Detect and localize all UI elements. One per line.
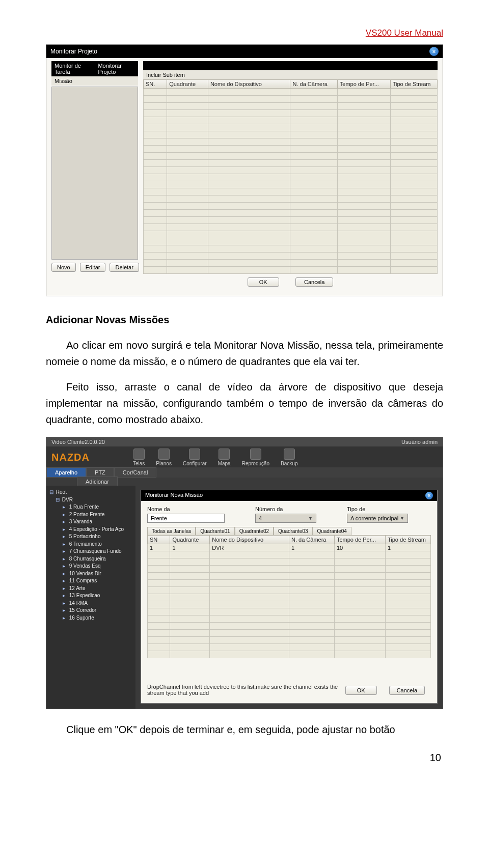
table-row — [148, 651, 431, 658]
chevron-down-icon: ▼ — [308, 516, 313, 521]
qtab-q3[interactable]: Quadrante03 — [274, 527, 312, 535]
tree-channel[interactable]: ▸ 6 Treinamento — [48, 541, 133, 548]
tree-root[interactable]: Root — [56, 489, 67, 495]
subtab-ptz[interactable]: PTZ — [86, 467, 114, 478]
gear-icon — [189, 449, 200, 460]
disk-icon — [284, 449, 295, 460]
page-header: VS200 User Manual — [46, 28, 443, 38]
table-row — [144, 138, 438, 146]
table-row — [144, 117, 438, 124]
mission-listbox[interactable] — [51, 87, 138, 260]
col2-tempo[interactable]: Tempo de Per... — [334, 536, 385, 544]
numero-label: Número da — [255, 506, 316, 512]
table-row — [144, 181, 438, 188]
tree-channel[interactable]: ▸ 8 Churrasqueira — [48, 555, 133, 563]
qtab-todas[interactable]: Todas as Janelas — [147, 527, 196, 535]
main-toolbar: Telas Planos Configurar Mapa Reprodução … — [133, 449, 298, 466]
table-row — [148, 630, 431, 637]
camera-icon: ▸ — [63, 548, 68, 555]
tipo-select[interactable]: A corrente principal▼ — [347, 514, 408, 523]
close-icon[interactable]: × — [429, 47, 439, 56]
qtab-q2[interactable]: Quadrante02 — [235, 527, 274, 535]
subtab-adicionar[interactable]: Adicionar — [77, 477, 118, 487]
device-tree[interactable]: ⊟ Root ⊟ DVR ▸ 1 Rua Frente▸ 2 Portao Fr… — [46, 486, 135, 709]
tree-channel[interactable]: ▸ 1 Rua Frente — [48, 503, 133, 511]
col2-quadrante[interactable]: Quadrante — [170, 536, 210, 544]
tree-channel[interactable]: ▸ 3 Varanda — [48, 518, 133, 526]
novo-button[interactable]: Novo — [51, 263, 76, 272]
table-row — [148, 580, 431, 587]
table-row — [144, 245, 438, 253]
body-paragraph-2: Feito isso, arraste o canal de vídeo da … — [46, 379, 443, 428]
editar-button[interactable]: Editar — [80, 263, 106, 272]
table-row — [144, 238, 438, 245]
table-row — [144, 103, 438, 110]
col-camera[interactable]: N. da Câmera — [290, 80, 337, 89]
tree-channel[interactable]: ▸ 9 Vendas Esq — [48, 563, 133, 570]
table-row — [148, 615, 431, 623]
tool-mapa[interactable]: Mapa — [218, 449, 231, 466]
subtab-corcanal[interactable]: Cor/Canal — [114, 467, 157, 478]
table-row — [144, 160, 438, 167]
camera-icon: ▸ — [63, 614, 68, 622]
col-quadrante[interactable]: Quadrante — [167, 80, 208, 89]
nome-label: Nome da — [147, 506, 225, 512]
col2-camera[interactable]: N. da Câmera — [289, 536, 334, 544]
deletar-button[interactable]: Deletar — [110, 263, 139, 272]
tab-monitor-tarefa[interactable]: Monitor de Tarefa — [55, 63, 92, 75]
col-stream[interactable]: Tipo de Stream — [390, 80, 437, 89]
camera-icon: ▸ — [63, 511, 68, 519]
close-icon[interactable]: × — [425, 492, 433, 499]
tree-channel[interactable]: ▸ 15 Corredor — [48, 607, 133, 614]
camera-icon: ▸ — [63, 563, 68, 570]
ok-button[interactable]: OK — [248, 277, 279, 287]
col-sn[interactable]: SN. — [144, 80, 167, 89]
titlebar: Monitorar Projeto × — [46, 45, 443, 58]
tree-channel[interactable]: ▸ 10 Vendas Dir — [48, 570, 133, 578]
col-dispositivo[interactable]: Nome do Dispositivo — [208, 80, 290, 89]
table-row — [144, 195, 438, 203]
numero-select[interactable]: 4▼ — [255, 514, 316, 523]
dialog-ok-button[interactable]: OK — [345, 686, 377, 695]
camera-icon: ▸ — [63, 570, 68, 578]
qtab-q1[interactable]: Quadrante01 — [196, 527, 234, 535]
dialog-cancel-button[interactable]: Cancela — [389, 686, 425, 695]
tool-reproducao[interactable]: Reprodução — [242, 449, 269, 466]
tool-backup[interactable]: Backup — [281, 449, 297, 466]
tree-channel[interactable]: ▸ 7 Churrasqueira Fundo — [48, 548, 133, 555]
camera-icon: ▸ — [63, 555, 68, 563]
table-row — [144, 260, 438, 267]
table-row — [148, 551, 431, 558]
camera-icon: ▸ — [63, 607, 68, 614]
tree-channel[interactable]: ▸ 16 Suporte — [48, 614, 133, 622]
body-paragraph-1: Ao clicar em novo surgirá e tela Monitor… — [46, 337, 443, 370]
table-row — [144, 96, 438, 103]
col2-dispositivo[interactable]: Nome do Dispositivo — [210, 536, 289, 544]
table-row — [148, 566, 431, 573]
tree-channel[interactable]: ▸ 2 Portao Frente — [48, 511, 133, 519]
tree-dvr[interactable]: DVR — [62, 497, 73, 502]
qtab-q4[interactable]: Quadrante04 — [312, 527, 351, 535]
tree-channel[interactable]: ▸ 13 Expedicao — [48, 592, 133, 600]
tree-channel[interactable]: ▸ 4 Expedição - Porta Aço — [48, 526, 133, 534]
tree-channel[interactable]: ▸ 5 Portaozinho — [48, 533, 133, 541]
left-tabs: Monitor de Tarefa Monitorar Projeto — [51, 61, 138, 76]
tool-telas[interactable]: Telas — [133, 449, 145, 466]
cancel-button[interactable]: Cancela — [295, 277, 333, 287]
subtab-aparelho[interactable]: Aparelho — [46, 467, 86, 478]
nome-input[interactable] — [147, 514, 225, 523]
tab-monitorar-projeto[interactable]: Monitorar Projeto — [98, 63, 135, 75]
tool-configurar[interactable]: Configurar — [183, 449, 207, 466]
col2-stream[interactable]: Tipo de Stream — [386, 536, 431, 544]
tree-channel[interactable]: ▸ 14 RMA — [48, 600, 133, 607]
col-tempo[interactable]: Tempo de Per... — [337, 80, 390, 89]
table-row — [144, 203, 438, 210]
table-row[interactable]: 1 1 DVR 1 10 1 — [148, 544, 431, 551]
monitorar-projeto-window: Monitorar Projeto × Monitor de Tarefa Mo… — [46, 44, 443, 296]
app2-title: Video Cliente2.0.0.20 — [51, 439, 105, 445]
col2-sn[interactable]: SN — [148, 536, 170, 544]
tree-channel[interactable]: ▸ 12 Arte — [48, 585, 133, 593]
channel-table: SN Quadrante Nome do Dispositivo N. da C… — [147, 535, 431, 658]
tree-channel[interactable]: ▸ 11 Compras — [48, 577, 133, 585]
tool-planos[interactable]: Planos — [156, 449, 172, 466]
